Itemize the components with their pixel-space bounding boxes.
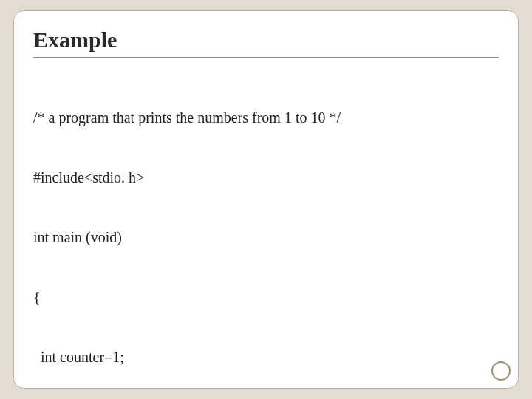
code-line: #include<stdio. h>: [33, 168, 499, 188]
code-line: {: [33, 287, 499, 307]
code-line: int counter=1;: [33, 347, 499, 367]
corner-decoration-icon: [491, 361, 511, 381]
slide-card: Example /* a program that prints the num…: [13, 10, 519, 389]
code-block: /* a program that prints the numbers fro…: [33, 68, 499, 399]
title-divider: [33, 57, 499, 58]
code-line: int main (void): [33, 228, 499, 248]
code-line: /* a program that prints the numbers fro…: [33, 108, 499, 128]
slide-title: Example: [33, 27, 499, 52]
